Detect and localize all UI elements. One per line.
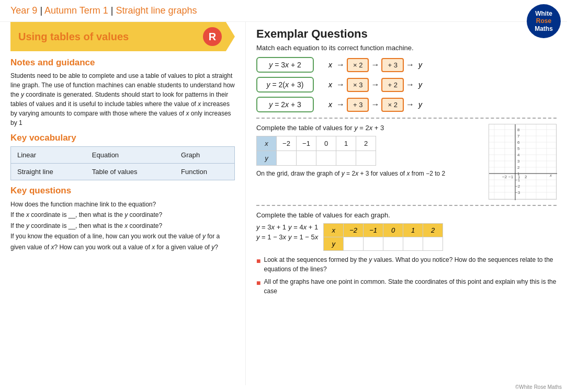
- table2-x-val-2: −1: [364, 224, 383, 237]
- y-header: y: [257, 151, 277, 166]
- divider-2: [256, 205, 557, 206]
- equation-1: y = 3x + 2: [256, 57, 314, 73]
- func-box-1a: × 2: [347, 58, 369, 72]
- vocab-graph: Graph: [175, 147, 234, 164]
- x-var-1: x: [328, 61, 332, 69]
- arrow-2c: →: [406, 80, 414, 89]
- arrow-1b: →: [371, 60, 379, 70]
- match-row-2: y = 2(x + 3) x → × 3 → + 2 → y: [256, 77, 557, 93]
- x-val-5: 2: [356, 136, 376, 151]
- term-label: Autumn Term 1: [44, 5, 108, 16]
- svg-text:5: 5: [517, 146, 520, 151]
- x-header: x: [257, 136, 277, 151]
- logo: White Rose Maths: [527, 4, 561, 38]
- svg-text:8: 8: [517, 128, 520, 132]
- y-val-5[interactable]: [356, 151, 376, 166]
- svg-text:−1: −1: [508, 175, 514, 179]
- header: Year 9 | Autumn Term 1 | Straight line g…: [0, 0, 567, 22]
- vocab-table: Linear Equation Graph Straight line Tabl…: [10, 146, 235, 180]
- table2-row-y: y: [324, 237, 443, 251]
- func-box-3b: × 2: [381, 98, 403, 112]
- equation-3: y = 2x + 3: [256, 97, 314, 112]
- arrow-2b: →: [371, 80, 379, 89]
- key-questions-text: How does the function machine link to th…: [10, 199, 235, 252]
- equations-grid: y = 3x + 1 y = 4x + 1 y = 1 − 3x y = 1 −…: [256, 223, 318, 241]
- func-box-2a: × 3: [347, 78, 369, 92]
- section-title: Using tables of values: [18, 31, 129, 43]
- y-val-3[interactable]: [316, 151, 336, 166]
- y-val-1[interactable]: [277, 151, 297, 166]
- bq-icon-1: ■: [256, 256, 260, 267]
- graph-instruction: On the grid, draw the graph of y = 2x + …: [256, 169, 483, 178]
- right-panel: Exemplar Questions Match each equation t…: [246, 22, 567, 385]
- eq-label-1: y = 3x + 1: [256, 223, 286, 231]
- svg-text:4: 4: [517, 153, 520, 157]
- func-machine-2: x → × 3 → + 2 → y: [328, 78, 422, 92]
- match-row-3: y = 2x + 3 x → + 3 → × 2 → y: [256, 97, 557, 112]
- y-val-2[interactable]: [297, 151, 316, 166]
- svg-text:2: 2: [525, 175, 527, 179]
- table2-x-val-4: 1: [403, 224, 423, 237]
- y-val-4[interactable]: [336, 151, 356, 166]
- match-instruction: Match each equation to its correct funct…: [256, 44, 557, 52]
- bq-item-2: ■ All of the graphs have one point in co…: [256, 277, 557, 296]
- logo-line2: Rose: [536, 17, 551, 25]
- arrow-3a: →: [336, 100, 345, 109]
- x-val-3: 0: [316, 136, 336, 151]
- x-val-2: −1: [297, 136, 316, 151]
- vocab-tableofvalues: Table of values: [86, 164, 175, 180]
- table2-x-header: x: [324, 224, 344, 237]
- svg-text:−2: −2: [502, 175, 507, 179]
- table-values-1: x −2 −1 0 1 2 y: [256, 136, 376, 166]
- bq-item-1: ■ Look at the sequences formed by the y …: [256, 255, 557, 274]
- arrow-2a: →: [336, 80, 345, 89]
- notes-text: Students need to be able to complete and…: [10, 71, 235, 128]
- table2-row-x: x −2 −1 0 1 2: [324, 224, 443, 237]
- notes-heading: Notes and guidance: [10, 57, 235, 68]
- table2-y-val-3[interactable]: [383, 237, 403, 251]
- bq-icon-2: ■: [256, 278, 260, 289]
- table2-y-val-4[interactable]: [403, 237, 423, 251]
- graph-grid: −2 −1 1 2 x 8 7 6 5 4 3 2 1 −1 −2 −3: [489, 124, 557, 200]
- svg-text:1: 1: [517, 171, 520, 176]
- table2-y-val-1[interactable]: [344, 237, 364, 251]
- svg-text:−1: −1: [515, 178, 520, 182]
- eq-label-3: y = 1 − 3x: [256, 233, 286, 241]
- arrow-3b: →: [371, 100, 379, 109]
- year-label: Year 9: [10, 5, 40, 16]
- complete-instruction-1: Complete the table of values for y = 2x …: [256, 124, 483, 132]
- table2-y-val-2[interactable]: [364, 237, 383, 251]
- table2-x-val-5: 2: [423, 224, 443, 237]
- graph-svg: −2 −1 1 2 x 8 7 6 5 4 3 2 1 −1 −2 −3: [489, 124, 557, 200]
- table2-x-val-3: 0: [383, 224, 403, 237]
- key-questions-heading: Key questions: [10, 186, 235, 196]
- y-var-3: y: [418, 100, 422, 109]
- arrow-1c: →: [406, 60, 414, 70]
- arrow-3c: →: [406, 100, 414, 109]
- x-val-4: 1: [336, 136, 356, 151]
- exemplar-heading: Exemplar Questions: [256, 27, 557, 41]
- table-values-2: x −2 −1 0 1 2 y: [323, 223, 443, 251]
- func-box-2b: + 2: [381, 78, 403, 92]
- svg-text:6: 6: [517, 140, 520, 145]
- complete-each-instruction: Complete the table of values for each gr…: [256, 211, 557, 219]
- second-table-wrapper: y = 3x + 1 y = 4x + 1 y = 1 − 3x y = 1 −…: [256, 223, 557, 251]
- func-box-1b: + 3: [381, 58, 403, 72]
- logo-line3: Maths: [535, 25, 553, 32]
- bottom-questions: ■ Look at the sequences formed by the y …: [256, 255, 557, 296]
- key-vocab-heading: Key vocabulary: [10, 133, 235, 143]
- divider-1: [256, 118, 557, 119]
- vocab-row-2: Straight line Table of values Function: [11, 164, 235, 180]
- vocab-linear: Linear: [11, 147, 86, 164]
- main-content: Using tables of values R Notes and guida…: [0, 22, 567, 385]
- equation-2: y = 2(x + 3): [256, 77, 314, 93]
- topic-label: Straight line graphs: [116, 5, 197, 16]
- x-var-3: x: [328, 100, 332, 109]
- table2-y-val-5[interactable]: [423, 237, 443, 251]
- svg-text:2: 2: [517, 165, 520, 170]
- svg-text:7: 7: [517, 134, 520, 139]
- section-title-bar: Using tables of values R: [10, 22, 235, 51]
- vocab-straightline: Straight line: [11, 164, 86, 180]
- match-row-1: y = 3x + 2 x → × 2 → + 3 → y: [256, 57, 557, 73]
- x-var-2: x: [328, 80, 332, 89]
